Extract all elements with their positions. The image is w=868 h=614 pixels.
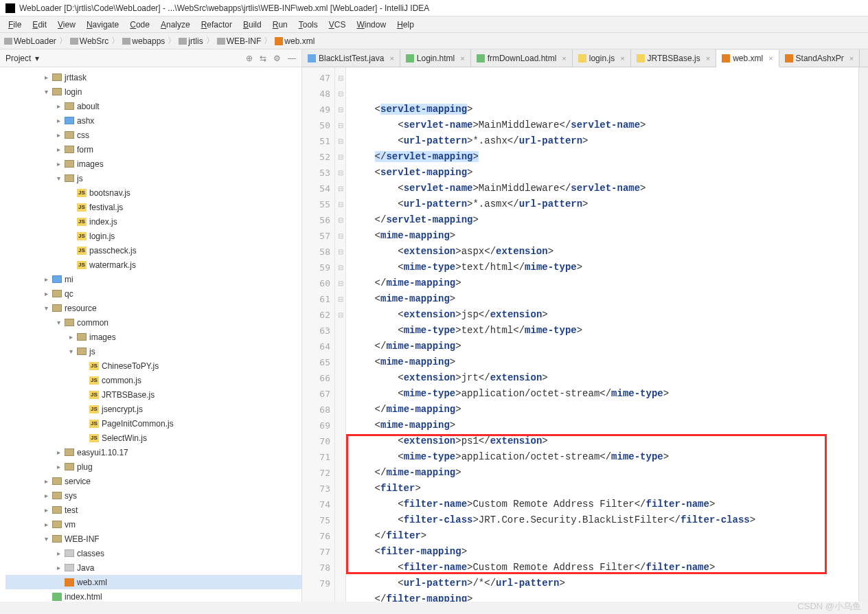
tree-item[interactable]: ▾resource	[5, 301, 301, 315]
tree-item[interactable]: ▸aboult	[5, 99, 301, 113]
fold-handle[interactable]: ⊟	[335, 212, 345, 228]
fold-handle[interactable]: ⊟	[335, 117, 345, 133]
locate-icon[interactable]: ⊕	[246, 54, 253, 63]
close-icon[interactable]: ×	[706, 54, 710, 62]
tree-twisty-icon[interactable]: ▾	[43, 88, 49, 95]
code-line[interactable]: <mime-mapping>	[352, 228, 858, 244]
menubar[interactable]: FileEditViewNavigateCodeAnalyzeRefactorB…	[0, 16, 868, 33]
code-line[interactable]: <mime-type>text/html</mime-type>	[352, 323, 858, 339]
close-icon[interactable]: ×	[620, 54, 624, 62]
code-line[interactable]: <servlet-name>MainMiddleware</servlet-na…	[352, 181, 858, 196]
tree-twisty-icon[interactable]: ▸	[55, 131, 62, 139]
menu-file[interactable]: File	[3, 19, 27, 31]
fold-handle[interactable]: ⊟	[335, 291, 345, 307]
editor-tab[interactable]: JRTBSBase.js×	[631, 49, 717, 67]
hide-icon[interactable]: —	[288, 54, 296, 63]
menu-code[interactable]: Code	[124, 19, 155, 31]
tree-item[interactable]: ▸Java	[5, 560, 301, 575]
fold-handle[interactable]: ⊟	[335, 275, 345, 291]
tree-item[interactable]: JSJRTBSBase.js	[5, 387, 301, 402]
project-label[interactable]: Project	[5, 54, 31, 63]
tree-item[interactable]: JSjsencrypt.js	[5, 402, 301, 416]
breadcrumb-item[interactable]: web.xml	[275, 36, 315, 46]
code-line[interactable]: </mime-mapping>	[352, 275, 858, 291]
tree-twisty-icon[interactable]: ▸	[43, 506, 49, 514]
tree-item[interactable]: ▸qc	[5, 286, 301, 301]
project-header[interactable]: Project ▾ ⊕ ⇆ ⚙ —	[0, 49, 301, 67]
fold-handle[interactable]: ⊟	[335, 149, 345, 165]
code-line[interactable]: <servlet-mapping>	[352, 102, 858, 117]
tree-item[interactable]: ▸service	[5, 474, 301, 488]
tree-item[interactable]: JSfestival.js	[5, 200, 301, 214]
fold-column[interactable]: ⊟⊟⊟⊟⊟⊟⊟⊟⊟⊟⊟⊟⊟⊟⊟⊟	[335, 67, 346, 602]
fold-handle[interactable]: ⊟	[335, 133, 345, 149]
tree-item[interactable]: ▸form	[5, 142, 301, 157]
tree-item[interactable]: ▸ashx	[5, 113, 301, 128]
tree-item[interactable]: JSSelectWin.js	[5, 431, 301, 445]
tree-item[interactable]: JSindex.js	[5, 214, 301, 229]
tree-twisty-icon[interactable]: ▸	[67, 333, 74, 341]
tree-item[interactable]: ▸images	[5, 330, 301, 344]
tree-twisty-icon[interactable]: ▸	[55, 463, 62, 470]
tree-twisty-icon[interactable]: ▸	[55, 549, 62, 557]
menu-view[interactable]: View	[52, 19, 81, 31]
code-line[interactable]: </mime-mapping>	[352, 402, 858, 418]
menu-analyze[interactable]: Analyze	[155, 19, 196, 31]
menu-refactor[interactable]: Refactor	[196, 19, 238, 31]
tree-item[interactable]: ▾common	[5, 315, 301, 330]
tree-twisty-icon[interactable]: ▾	[55, 319, 62, 326]
tree-twisty-icon[interactable]: ▸	[55, 448, 62, 456]
menu-run[interactable]: Run	[267, 19, 293, 31]
menu-window[interactable]: Window	[351, 19, 391, 31]
tree-twisty-icon[interactable]: ▾	[43, 535, 49, 543]
tree-item[interactable]: ▸vm	[5, 517, 301, 532]
fold-handle[interactable]: ⊟	[335, 86, 345, 102]
tree-item[interactable]: JSpasscheck.js	[5, 243, 301, 258]
tree-item[interactable]: JScommon.js	[5, 373, 301, 387]
vertical-scrollbar[interactable]	[858, 67, 868, 602]
code-line[interactable]: <mime-mapping>	[352, 354, 858, 370]
code-content[interactable]: <servlet-mapping> <servlet-name>MainMidd…	[346, 67, 858, 602]
code-line[interactable]: <extension>aspx</extension>	[352, 244, 858, 260]
menu-edit[interactable]: Edit	[27, 19, 52, 31]
tree-item[interactable]: web.xml	[5, 575, 301, 589]
tree-item[interactable]: ▸test	[5, 503, 301, 517]
close-icon[interactable]: ×	[389, 54, 393, 62]
tree-item[interactable]: JSChineseToPY.js	[5, 359, 301, 373]
close-icon[interactable]: ×	[768, 54, 773, 62]
code-line[interactable]: <servlet-name>MainMiddleware</servlet-na…	[352, 117, 858, 133]
fold-handle[interactable]: ⊟	[335, 260, 345, 275]
code-line[interactable]: <mime-mapping>	[352, 291, 858, 307]
fold-handle[interactable]: ⊟	[335, 181, 345, 196]
code-line[interactable]: <servlet-mapping>	[352, 165, 858, 181]
editor-tab[interactable]: login.js×	[573, 49, 631, 67]
tree-item[interactable]: JSwatermark.js	[5, 258, 301, 272]
editor-tab[interactable]: BlackListTest.java×	[302, 49, 400, 67]
editor-tabs[interactable]: BlackListTest.java×Login.html×frmDownLoa…	[302, 49, 868, 67]
tree-twisty-icon[interactable]: ▸	[43, 73, 49, 81]
fold-handle[interactable]: ⊟	[335, 307, 345, 323]
breadcrumb[interactable]: WebLoader〉WebSrc〉webapps〉jrtlis〉WEB-INF〉…	[0, 33, 868, 49]
tree-twisty-icon[interactable]: ▸	[55, 146, 62, 153]
editor-tab[interactable]: Login.html×	[400, 49, 471, 67]
code-line[interactable]: </filter-mapping>	[352, 591, 858, 602]
menu-vcs[interactable]: VCS	[323, 19, 352, 31]
menu-navigate[interactable]: Navigate	[81, 19, 124, 31]
tree-item[interactable]: ▸mi	[5, 272, 301, 286]
code-line[interactable]: </servlet-mapping>	[352, 149, 858, 165]
tree-item[interactable]: ▾WEB-INF	[5, 532, 301, 546]
code-line[interactable]: <mime-type>application/octet-stream</mim…	[352, 386, 858, 402]
tree-item[interactable]: ▸sys	[5, 488, 301, 503]
fold-handle[interactable]: ⊟	[335, 196, 345, 212]
breadcrumb-item[interactable]: WebLoader	[4, 36, 56, 46]
tree-twisty-icon[interactable]: ▾	[43, 304, 49, 312]
code-line[interactable]: <url-pattern>*.asmx</url-pattern>	[352, 196, 858, 212]
tree-twisty-icon[interactable]: ▾	[67, 348, 74, 355]
project-tree[interactable]: ▸jrttask▾login▸aboult▸ashx▸css▸form▸imag…	[0, 67, 301, 602]
code-line[interactable]: </servlet-mapping>	[352, 212, 858, 228]
close-icon[interactable]: ×	[849, 54, 854, 62]
tree-item[interactable]: ▾js	[5, 344, 301, 359]
code-line[interactable]: </mime-mapping>	[352, 339, 858, 354]
fold-handle[interactable]: ⊟	[335, 102, 345, 117]
tree-twisty-icon[interactable]: ▸	[43, 275, 49, 283]
